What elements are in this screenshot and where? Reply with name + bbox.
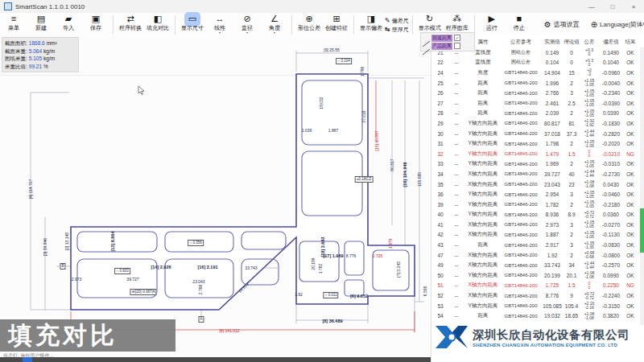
toolbar-button-show-dimensions[interactable]: ▭显示尺寸: [179, 14, 206, 31]
program-gallery-icon: ⁂: [450, 14, 464, 25]
table-row[interactable]: 25--距离GBT14846-2001.9962+1.05-1.05-0.004…: [433, 78, 639, 88]
table-row[interactable]: 35--X轴方向距离GBT14846-20023.04323+1.08-1.08…: [433, 179, 639, 190]
table-cell: 距离: [465, 80, 501, 87]
result-badge: OK: [623, 273, 638, 278]
table-cell: 3: [564, 90, 580, 96]
table-cell: GBT14846-200: [501, 263, 541, 268]
table-row[interactable]: 53--Y轴方向距离GBT14846-200105.085105.4+2.16-…: [433, 301, 639, 311]
table-row[interactable]: 36--Y轴方向距离GBT14846-2002.9543+1.05-1.05-0…: [433, 189, 639, 200]
table-row[interactable]: 54--距离GBT14846-20019.03218.65+1.08-1.080…: [433, 311, 639, 321]
table-row[interactable]: 40--Y轴方向距离GBT14846-2008.9368.9+0.72-0.72…: [433, 210, 639, 220]
toolbar-button-linear[interactable]: ↔线性▾: [206, 14, 233, 34]
toolbar-button-form-tolerance[interactable]: ⊕形位公差: [295, 14, 323, 31]
table-row[interactable]: 50--Y轴方向距离GBT14846-20020.19920.1+1.08-1.…: [433, 270, 639, 281]
column-header[interactable]: 公差: [580, 39, 599, 46]
table-row[interactable]: 33--Y轴方向距离GBT14846-2001.9692+1.05-1.05-0…: [433, 159, 639, 170]
tolerance-cell: +0.30: [580, 59, 599, 67]
toolbar-button-display-mode[interactable]: ↻显示模式▾: [416, 14, 444, 34]
legend-checkbox[interactable]: ✓: [454, 35, 460, 41]
legend-item[interactable]: 产品距离: [423, 42, 473, 50]
toolbar-button-deviation-ruler[interactable]: ✎偏差尺: [385, 16, 409, 25]
toolbar-button-stop[interactable]: ■停止: [506, 14, 533, 31]
toolbar-button-menu[interactable]: ≡菜单: [0, 14, 27, 31]
toolbar-button-show-deviation[interactable]: ◨显示偏差: [357, 14, 385, 31]
toolbar-button-option-settings[interactable]: ⚙选项设置: [544, 20, 580, 29]
tolerance-cell: +1.35-1.35: [580, 241, 599, 249]
tolerance-cell: +1.05-1.05: [580, 140, 599, 148]
column-header[interactable]: 理论值: [564, 39, 580, 46]
scrollbar-thumb[interactable]: [640, 208, 644, 253]
deviation-cell: 0.1040: [599, 60, 623, 65]
table-scrollbar[interactable]: [640, 47, 644, 325]
toolbar-button-label: 偏差尺: [392, 16, 409, 25]
tolerance-cell: +1.05-1.05: [580, 99, 599, 107]
legend-item-label: 产品距离: [431, 43, 452, 50]
table-cell: GBT14846-200: [501, 80, 541, 85]
table-row[interactable]: 43--距离GBT14846-2002.9173+1.35-1.35-0.083…: [433, 240, 639, 250]
table-cell: 3: [564, 242, 580, 248]
table-cell: --: [448, 60, 465, 65]
table-cell: X轴方向距离: [465, 181, 501, 188]
table-cell: GBT14846-200: [501, 131, 541, 136]
column-header[interactable]: 公差参考: [501, 39, 541, 46]
table-row[interactable]: 32--Y轴方向距离GBT14846-2001.4791.500-0.0210N…: [433, 149, 639, 159]
column-header[interactable]: 实测值: [541, 39, 564, 46]
table-row[interactable]: 41--X轴方向距离GBT14846-2002.9733+1.05-1.05-0…: [433, 220, 639, 230]
toolbar-button-program-convert[interactable]: ⇄程序转换: [117, 14, 144, 31]
table-cell: 图纸公差: [501, 59, 541, 66]
taskbar-app-indicator[interactable]: [23, 357, 32, 362]
table-row[interactable]: 27--距离GBT14846-2002.4612.5+1.05-1.05-0.0…: [433, 98, 639, 109]
dimension-label: ∩ 0.104: [336, 58, 352, 64]
table-cell: 54: [433, 313, 448, 319]
tolerance-cell: +0.30: [580, 48, 599, 56]
table-row[interactable]: 22--直线度图纸公差0.1040+0.300.1040OK: [433, 58, 639, 68]
table-row[interactable]: 30--Y轴方向距离GBT14846-20037.01837.3+1.44-1.…: [433, 129, 639, 139]
table-row[interactable]: 52--X轴方向距离GBT14846-2008.7769+0.72-0.72-0…: [433, 290, 639, 301]
toolbar-button-import[interactable]: ▰导入: [55, 14, 82, 31]
table-row[interactable]: 51--X轴方向距离GBT14846-2001.7251.5000.2250NG: [433, 281, 639, 291]
toolbar-button-new[interactable]: ▤新建: [27, 14, 55, 31]
toolbar-button-fill-compare[interactable]: ◧填充对比: [144, 14, 171, 31]
toolbar-button-wall-ruler[interactable]: ↹壁厚尺: [385, 25, 409, 34]
table-cell: GBT14846-200: [501, 192, 541, 197]
toolbar-button-diameter[interactable]: ⊘直径▾: [233, 14, 261, 34]
table-row[interactable]: 28--距离GBT14846-2002.0392+1.05-1.050.0390…: [433, 109, 639, 119]
legend-item[interactable]: 圆弧距离✓: [423, 34, 473, 42]
table-row[interactable]: 49--X轴方向距离GBT14846-20033.74334+1.44-1.44…: [433, 260, 639, 270]
deviation-cell: 0.0390: [599, 110, 623, 116]
close-button[interactable]: ×: [623, 1, 644, 13]
legend-checkbox[interactable]: [454, 43, 460, 49]
tolerance-cell: +1.05-1.05: [580, 231, 599, 239]
table-row[interactable]: 47--X轴方向距离GBT14846-2001.922+0.68-0.68-0.…: [433, 250, 639, 261]
deviation-cell: -0.0460: [599, 191, 623, 197]
toolbar-button-label: Language|简体中文: [600, 20, 644, 29]
toolbar-button-run[interactable]: ▶运行: [478, 14, 506, 31]
table-row[interactable]: 29--Y轴方向距离GBT14846-20080.81781+1.92-1.92…: [433, 118, 639, 129]
minimize-button[interactable]: —: [581, 1, 602, 13]
taskbar-strip: [0, 357, 431, 362]
table-row[interactable]: 24--角度GBT14846-20014.90415+2-2-0.0960OK: [433, 68, 639, 78]
table-row[interactable]: 39--Y轴方向距离GBT14846-2001.7822+1.05-1.05-0…: [433, 200, 639, 210]
table-row[interactable]: 26--距离GBT14846-2002.7663+1.05-1.05-0.234…: [433, 88, 639, 98]
table-row[interactable]: 42--X轴方向距离GBT14846-2001.8872+1.05-1.05-0…: [433, 230, 639, 241]
dimension-label: [14] 2.926: [151, 265, 171, 269]
table-cell: 80.817: [541, 121, 564, 126]
table-row[interactable]: 31--Y轴方向距离GBT14846-2001.7982+1.05-1.05-0…: [433, 138, 639, 149]
drawing-canvas[interactable]: 截面面积:1868.6mm²截面米重:5.064kg/m图纸米重:5.105kg…: [0, 36, 431, 362]
fill-compare-icon: ◧: [151, 14, 164, 25]
toolbar-button-language[interactable]: ⊕Language|简体中文: [591, 20, 644, 29]
table-cell: 距离: [465, 89, 501, 97]
column-header[interactable]: 偏差值: [599, 39, 623, 46]
table-cell: X轴方向距离: [465, 252, 501, 259]
result-badge: OK: [623, 262, 638, 268]
result-badge: OK: [623, 222, 638, 228]
maximize-button[interactable]: □: [602, 1, 623, 13]
toolbar-button-angle[interactable]: ∠角度▾: [261, 14, 288, 34]
table-row[interactable]: 34--X轴方向距离GBT14846-20039.72740+1.44-1.44…: [433, 169, 639, 179]
toolbar-button-program-gallery[interactable]: ⁂程序图库: [444, 14, 471, 31]
toolbar-button-create-feature[interactable]: ⊞创建特征: [323, 14, 350, 31]
result-badge: OK: [623, 303, 638, 309]
toolbar-button-save[interactable]: ▣保存: [82, 14, 109, 31]
column-header[interactable]: 结果: [623, 39, 638, 46]
company-name-cn: 深圳长欣自动化设备有限公司: [473, 327, 630, 343]
